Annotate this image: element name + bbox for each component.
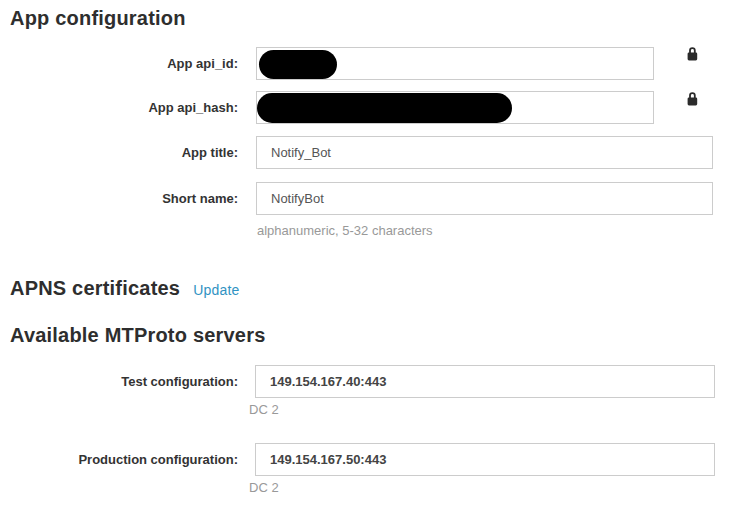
short-name-input[interactable]: [256, 182, 713, 215]
lock-icon: [686, 47, 699, 61]
test-configuration-input[interactable]: [255, 365, 715, 398]
test-configuration-dc-hint: DC 2: [249, 402, 279, 417]
production-configuration-input[interactable]: [255, 443, 715, 476]
production-configuration-label: Production configuration:: [0, 443, 238, 476]
redaction-blob-api-hash: [257, 93, 512, 123]
mtproto-servers-heading: Available MTProto servers: [10, 324, 265, 347]
redaction-blob-api-id: [259, 50, 337, 79]
short-name-label: Short name:: [0, 182, 238, 215]
app-title-input[interactable]: [256, 136, 713, 169]
production-configuration-dc-hint: DC 2: [249, 480, 279, 495]
app-title-label: App title:: [0, 136, 238, 169]
apns-update-link[interactable]: Update: [193, 282, 239, 298]
test-configuration-label: Test configuration:: [0, 365, 238, 398]
app-api-id-label: App api_id:: [0, 47, 238, 80]
apns-certificates-heading-text: APNS certificates: [10, 277, 180, 300]
app-api-hash-label: App api_hash:: [0, 91, 238, 124]
app-configuration-page: App configuration App api_id: App api_ha…: [0, 0, 752, 506]
app-configuration-heading: App configuration: [10, 7, 186, 30]
apns-certificates-heading: APNS certificates Update: [10, 277, 240, 300]
lock-icon: [686, 92, 699, 106]
short-name-hint: alphanumeric, 5-32 characters: [257, 223, 433, 238]
